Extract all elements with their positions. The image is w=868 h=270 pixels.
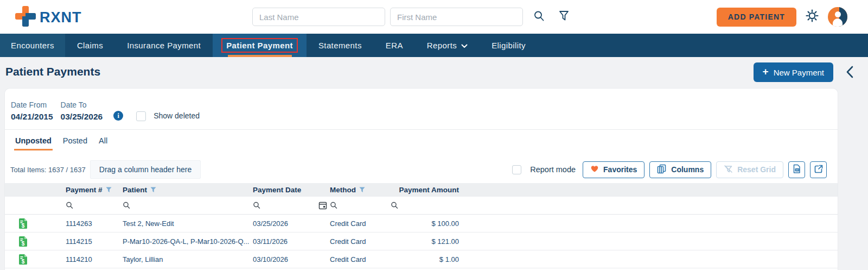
- table-row[interactable]: $ 1114215 P-Mar10-2026-QA-L, P-Mar10-202…: [5, 233, 838, 250]
- calendar-icon[interactable]: [318, 201, 327, 210]
- amount-search[interactable]: [391, 202, 459, 209]
- date-to-field: Date To 03/25/2026: [61, 101, 103, 122]
- columns-icon: [657, 164, 667, 175]
- columns-button[interactable]: Columns: [649, 161, 711, 178]
- show-deleted-checkbox[interactable]: [136, 111, 146, 121]
- new-payment-button[interactable]: + New Payment: [754, 62, 833, 82]
- receipt-icon[interactable]: $: [5, 218, 66, 229]
- tab-all[interactable]: All: [98, 134, 108, 150]
- amount-cell: $ 1.00: [399, 255, 459, 263]
- column-filter-icon: [150, 187, 156, 193]
- search-icon: [330, 202, 337, 209]
- search-icon: [391, 202, 398, 209]
- payment-number-cell[interactable]: 1114263: [66, 219, 123, 228]
- add-patient-button[interactable]: ADD PATIENT: [717, 8, 796, 27]
- collapse-panel-chevron-left-icon[interactable]: [846, 66, 854, 80]
- svg-text:$: $: [22, 222, 25, 228]
- date-from-value[interactable]: 04/21/2015: [11, 112, 53, 122]
- page-title: Patient Payments: [5, 65, 100, 78]
- table-row[interactable]: $ 1114263 Test 2, New-Edit 03/25/2026 Cr…: [5, 215, 838, 233]
- method-search[interactable]: [330, 202, 399, 209]
- plus-logo-icon: [15, 5, 36, 29]
- filter-slash-icon: [724, 165, 733, 175]
- gear-icon[interactable]: [806, 9, 819, 24]
- show-deleted-label: Show deleted: [154, 111, 200, 120]
- date-filters: Date From 04/21/2015 Date To 03/25/2026 …: [5, 89, 838, 129]
- col-header-payment-date[interactable]: Payment Date: [253, 186, 330, 194]
- top-header: RXNT ADD PATIENT: [0, 0, 868, 34]
- method-cell: Credit Card: [330, 219, 399, 228]
- patient-payments-panel: Date From 04/21/2015 Date To 03/25/2026 …: [4, 88, 838, 270]
- method-cell: Credit Card: [330, 255, 399, 263]
- nav-insurance-payment[interactable]: Insurance Payment: [115, 34, 213, 57]
- payment-date-cell: 03/11/2026: [253, 237, 315, 246]
- amount-cell: $ 100.00: [399, 219, 459, 228]
- filter-icon[interactable]: [559, 10, 569, 24]
- col-header-method[interactable]: Method: [330, 186, 399, 194]
- receipt-icon[interactable]: $: [5, 254, 66, 265]
- nav-reports[interactable]: Reports: [415, 34, 480, 57]
- tab-unposted[interactable]: Unposted: [14, 134, 53, 150]
- status-tabs: Unposted Posted All: [5, 130, 838, 150]
- report-mode-checkbox[interactable]: [512, 165, 521, 174]
- amount-cell: $ 121.00: [399, 237, 459, 246]
- payment-number-cell[interactable]: 1114210: [66, 255, 123, 263]
- nav-claims[interactable]: Claims: [65, 34, 115, 57]
- payments-table: Payment # Patient Payment Date Method Pa…: [5, 183, 838, 268]
- nav-statements[interactable]: Statements: [307, 34, 374, 57]
- column-filter-icon: [359, 187, 365, 193]
- payment-number-search[interactable]: [66, 202, 123, 209]
- main-nav: Encounters Claims Insurance Payment Pati…: [0, 34, 868, 57]
- search-icon: [123, 202, 130, 209]
- patient-cell: P-Mar10-2026-QA-L, P-Mar10-2026-Q...: [123, 237, 253, 246]
- col-header-payment-amount[interactable]: Payment Amount: [399, 186, 459, 194]
- svg-text:$: $: [22, 258, 25, 264]
- payment-date-cell: 03/10/2026: [253, 255, 315, 263]
- rxnt-logo[interactable]: RXNT: [15, 5, 82, 29]
- col-header-payment-number[interactable]: Payment #: [66, 186, 123, 194]
- title-row: Patient Payments + New Payment: [0, 57, 868, 88]
- table-header-row: Payment # Patient Payment Date Method Pa…: [5, 183, 838, 197]
- date-from-label: Date From: [11, 101, 53, 109]
- nav-encounters[interactable]: Encounters: [0, 34, 65, 57]
- report-mode-label: Report mode: [530, 165, 576, 174]
- tab-posted[interactable]: Posted: [62, 134, 88, 150]
- export-arrow-icon: [814, 164, 824, 175]
- search-icon: [253, 202, 260, 209]
- nav-patient-payment[interactable]: Patient Payment: [213, 34, 307, 57]
- favorites-button[interactable]: Favorites: [583, 161, 644, 178]
- patient-search[interactable]: [123, 202, 253, 209]
- info-icon[interactable]: i: [113, 111, 123, 121]
- export-pdf-button[interactable]: [788, 161, 805, 178]
- svg-text:$: $: [22, 240, 25, 246]
- pdf-file-icon: [792, 164, 801, 175]
- total-items-count: Total Items: 1637 / 1637: [10, 166, 86, 174]
- column-filter-icon: [106, 187, 112, 193]
- payment-number-cell[interactable]: 1114215: [66, 237, 123, 246]
- table-filter-row: [5, 197, 838, 215]
- method-cell: Credit Card: [330, 237, 399, 246]
- receipt-icon[interactable]: $: [5, 236, 66, 247]
- annotation-red-box: Patient Payment: [221, 38, 298, 53]
- col-header-patient[interactable]: Patient: [123, 186, 253, 194]
- avatar-person-icon: [835, 11, 841, 17]
- grid-toolbar: Total Items: 1637 / 1637 Drag a column h…: [5, 160, 838, 179]
- search-icon: [66, 202, 73, 209]
- payment-date-search[interactable]: [253, 201, 330, 210]
- drag-column-hint[interactable]: Drag a column header here: [90, 160, 201, 179]
- nav-era[interactable]: ERA: [374, 34, 415, 57]
- date-to-value[interactable]: 03/25/2026: [61, 112, 103, 122]
- logo-text: RXNT: [40, 9, 82, 26]
- first-name-input[interactable]: [390, 8, 523, 26]
- search-icon[interactable]: [533, 10, 545, 24]
- date-to-label: Date To: [61, 101, 103, 109]
- table-row[interactable]: $ 1114210 Taylor, Lillian 03/10/2026 Cre…: [5, 250, 838, 268]
- reset-grid-button[interactable]: Reset Grid: [716, 161, 783, 178]
- date-from-field: Date From 04/21/2015: [11, 101, 53, 122]
- nav-eligibility[interactable]: Eligibility: [480, 34, 538, 57]
- user-avatar[interactable]: [828, 7, 847, 27]
- payment-date-cell: 03/25/2026: [253, 219, 315, 228]
- export-grid-button[interactable]: [810, 161, 827, 178]
- heart-icon: [590, 165, 599, 174]
- last-name-input[interactable]: [252, 8, 385, 26]
